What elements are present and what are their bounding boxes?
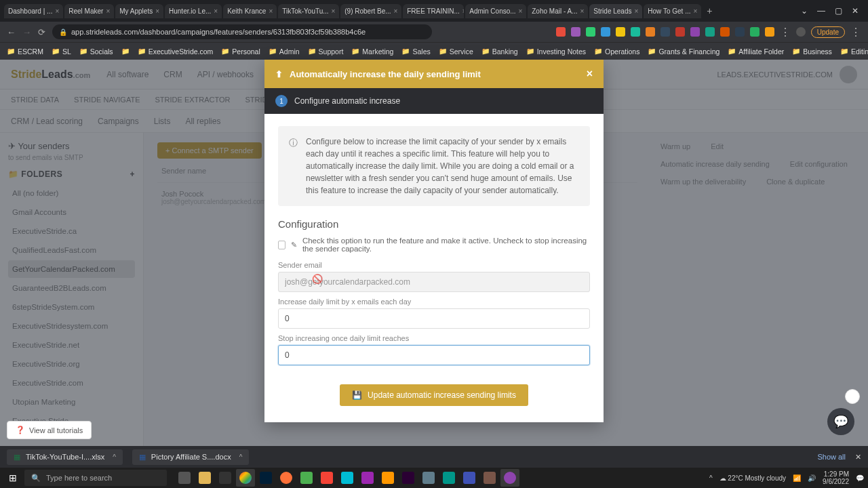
terminal-icon[interactable] <box>216 469 235 487</box>
clock[interactable]: 1:29 PM 9/6/2022 <box>823 470 849 485</box>
app-icon[interactable] <box>460 469 479 487</box>
browser-tab[interactable]: Admin Conso...× <box>465 4 526 18</box>
premiere-icon[interactable] <box>399 469 418 487</box>
ext-icon[interactable] <box>646 27 655 37</box>
app-icon[interactable] <box>419 469 438 487</box>
close-tab-icon[interactable]: × <box>155 7 159 15</box>
app-icon[interactable] <box>378 469 397 487</box>
close-tab-icon[interactable]: × <box>332 7 336 15</box>
browser-tab[interactable]: Hunter.io Le...× <box>165 4 222 18</box>
app-icon[interactable] <box>338 469 357 487</box>
extensions-menu-icon[interactable]: ⋮ <box>780 26 791 39</box>
bookmark-folder[interactable]: Grants & Financing <box>648 47 719 56</box>
bookmark-folder[interactable]: SL <box>52 47 71 56</box>
photoshop-icon[interactable] <box>256 469 275 487</box>
browser-tab[interactable]: FREE TRAININ...× <box>403 4 464 18</box>
close-tab-icon[interactable]: × <box>394 7 398 15</box>
new-tab-button[interactable]: + <box>703 5 716 16</box>
update-chrome-button[interactable]: Update <box>811 26 845 38</box>
bookmark-folder[interactable]: Marketing <box>351 47 393 56</box>
browser-tab[interactable]: (9) Robert Be...× <box>340 4 401 18</box>
browser-tab[interactable]: How To Get ...× <box>644 4 701 18</box>
file-explorer-icon[interactable] <box>195 469 214 487</box>
ext-icon[interactable] <box>571 27 580 37</box>
bookmark-folder[interactable]: Banking <box>481 47 518 56</box>
ext-icon[interactable] <box>720 27 730 37</box>
bookmark-folder[interactable]: Operations <box>594 47 639 56</box>
bookmark-folder[interactable]: Socials <box>79 47 113 56</box>
close-tab-icon[interactable]: × <box>55 7 59 15</box>
weather-widget[interactable]: ☁ 22°C Mostly cloudy <box>719 474 786 482</box>
start-button[interactable]: ⊞ <box>4 469 22 487</box>
nav-back-icon[interactable]: ← <box>7 27 16 37</box>
increase-by-input[interactable] <box>278 308 590 329</box>
bookmark-folder[interactable]: ESCRM <box>7 47 43 56</box>
firefox-icon[interactable] <box>277 469 296 487</box>
browser-tab[interactable]: Stride Leads× <box>589 4 642 18</box>
stop-at-input[interactable] <box>278 345 590 365</box>
address-bar[interactable]: 🔒 app.strideleads.com/dashboard/campaign… <box>52 24 432 39</box>
help-fab-icon[interactable] <box>845 389 860 404</box>
bookmark-folder[interactable] <box>121 47 130 56</box>
close-tab-icon[interactable]: × <box>214 7 218 15</box>
ext-icon[interactable] <box>601 27 610 37</box>
close-tab-icon[interactable]: × <box>519 7 523 15</box>
ext-icon[interactable] <box>705 27 715 37</box>
chevron-up-icon[interactable]: ^ <box>113 453 116 461</box>
app-icon[interactable] <box>439 469 458 487</box>
app-icon[interactable] <box>297 469 316 487</box>
bookmark-folder[interactable]: Editing <box>840 47 868 56</box>
browser-tab[interactable]: TikTok-YouTu...× <box>278 4 339 18</box>
volume-icon[interactable]: 🔊 <box>808 474 816 482</box>
ext-icon[interactable] <box>556 27 566 37</box>
close-shelf-icon[interactable]: ✕ <box>855 453 861 462</box>
taskbar-search[interactable]: 🔍 Type here to search <box>24 470 167 486</box>
browser-tab[interactable]: Zoho Mail - A...× <box>528 4 588 18</box>
ext-icon[interactable] <box>586 27 595 37</box>
ext-icon[interactable] <box>750 27 760 37</box>
ext-icon[interactable] <box>735 27 745 37</box>
app-icon[interactable] <box>317 469 336 487</box>
ext-icon[interactable] <box>765 27 774 37</box>
task-view-icon[interactable] <box>175 469 194 487</box>
browser-tab[interactable]: My Applets× <box>115 4 163 18</box>
bookmark-folder[interactable]: Support <box>308 47 344 56</box>
ext-icon[interactable] <box>660 27 670 37</box>
wifi-icon[interactable]: 📶 <box>793 474 801 482</box>
edit-icon[interactable]: ✎ <box>291 241 297 249</box>
bookmark-folder[interactable]: Investing Notes <box>526 47 586 56</box>
close-tab-icon[interactable]: × <box>269 7 273 15</box>
download-item[interactable]: ▦ TikTok-YouTube-I....xlsx ^ <box>7 449 123 465</box>
download-item[interactable]: ▦ Pictory Affiliate S....docx ^ <box>132 449 250 465</box>
bookmark-folder[interactable]: Service <box>439 47 473 56</box>
browser-tab[interactable]: Dashboard | ...× <box>4 4 63 18</box>
close-tab-icon[interactable]: × <box>694 7 698 15</box>
view-tutorials-button[interactable]: ❓ View all tutorials <box>7 421 92 439</box>
show-all-downloads[interactable]: Show all <box>817 453 846 461</box>
ext-icon[interactable] <box>690 27 700 37</box>
close-tab-icon[interactable]: × <box>462 7 464 15</box>
activate-checkbox[interactable] <box>278 241 285 249</box>
bookmark-folder[interactable]: Admin <box>269 47 300 56</box>
close-tab-icon[interactable]: × <box>106 7 110 15</box>
bookmark-folder[interactable]: Affiliate Folder <box>728 47 784 56</box>
ext-icon[interactable] <box>675 27 685 37</box>
app-icon[interactable] <box>500 469 519 487</box>
bookmark-folder[interactable]: Business <box>792 47 832 56</box>
notifications-icon[interactable]: 💬 <box>856 474 864 482</box>
tray-chevron-icon[interactable]: ^ <box>709 474 713 482</box>
maximize-icon[interactable]: ▢ <box>835 6 842 16</box>
nav-forward-icon[interactable]: → <box>22 27 31 37</box>
ext-icon[interactable] <box>616 27 625 37</box>
update-limits-button[interactable]: 💾 Update automatic increase sending limi… <box>340 384 528 406</box>
chevron-down-icon[interactable]: ⌄ <box>801 6 808 16</box>
bookmark-folder[interactable]: Sales <box>401 47 430 56</box>
minimize-icon[interactable]: — <box>817 6 825 16</box>
browser-tab[interactable]: Reel Maker× <box>64 4 114 18</box>
chevron-up-icon[interactable]: ^ <box>239 453 243 461</box>
close-tab-icon[interactable]: × <box>580 7 584 15</box>
app-icon[interactable] <box>480 469 499 487</box>
bookmark-folder[interactable]: ExecutiveStride.com <box>138 47 214 56</box>
chat-fab-icon[interactable]: 💬 <box>827 408 854 435</box>
ext-icon[interactable] <box>631 27 640 37</box>
